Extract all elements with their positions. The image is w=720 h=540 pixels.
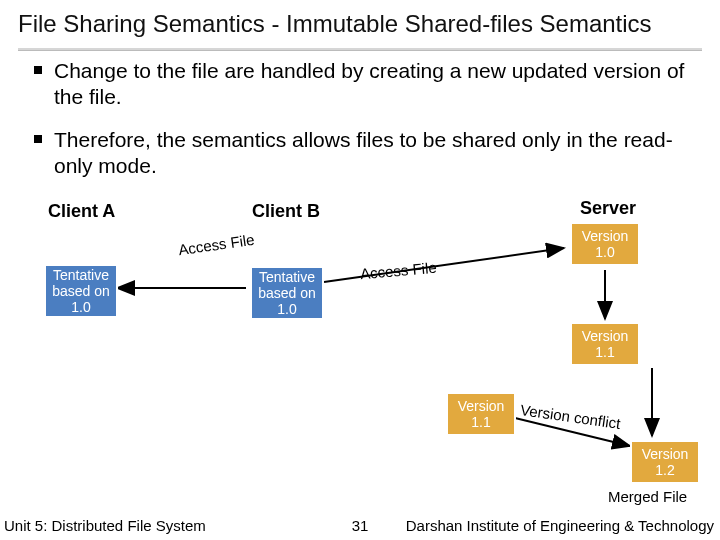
bullet-icon bbox=[34, 66, 42, 74]
bullet-icon bbox=[34, 135, 42, 143]
bullet-text: Change to the file are handled by creati… bbox=[54, 59, 684, 108]
bullet-item: Therefore, the semantics allows files to… bbox=[34, 127, 694, 180]
slide: File Sharing Semantics - Immutable Share… bbox=[0, 0, 720, 540]
server-v12-box: Version 1.2 bbox=[630, 440, 700, 484]
footer-right: Darshan Institute of Engineering & Techn… bbox=[406, 517, 714, 534]
access-file-right-label: Access File bbox=[359, 259, 437, 283]
tentative-a-box: Tentative based on 1.0 bbox=[44, 264, 118, 318]
slide-title: File Sharing Semantics - Immutable Share… bbox=[18, 10, 652, 38]
tentative-b-box: Tentative based on 1.0 bbox=[250, 266, 324, 320]
client-v11-text: Version 1.1 bbox=[452, 398, 510, 430]
svg-line-7 bbox=[286, 316, 448, 404]
tentative-a-text: Tentative based on 1.0 bbox=[50, 267, 112, 315]
client-b-label: Client B bbox=[252, 201, 320, 222]
server-label: Server bbox=[580, 198, 636, 219]
bullet-item: Change to the file are handled by creati… bbox=[34, 58, 694, 111]
bullet-text: Therefore, the semantics allows files to… bbox=[54, 128, 673, 177]
merged-file-label: Merged File bbox=[608, 488, 687, 505]
server-v10-text: Version 1.0 bbox=[576, 228, 634, 260]
server-v11-box: Version 1.1 bbox=[570, 322, 640, 366]
client-a-label: Client A bbox=[48, 201, 115, 222]
server-v10-box: Version 1.0 bbox=[570, 222, 640, 266]
server-v11-text: Version 1.1 bbox=[576, 328, 634, 360]
version-conflict-label: Version conflict bbox=[519, 401, 621, 432]
server-v12-text: Version 1.2 bbox=[636, 446, 694, 478]
tentative-b-text: Tentative based on 1.0 bbox=[256, 269, 318, 317]
access-file-left-label: Access File bbox=[177, 231, 255, 259]
bullet-list: Change to the file are handled by creati… bbox=[34, 58, 694, 195]
title-divider bbox=[18, 48, 702, 51]
client-v11-box: Version 1.1 bbox=[446, 392, 516, 436]
